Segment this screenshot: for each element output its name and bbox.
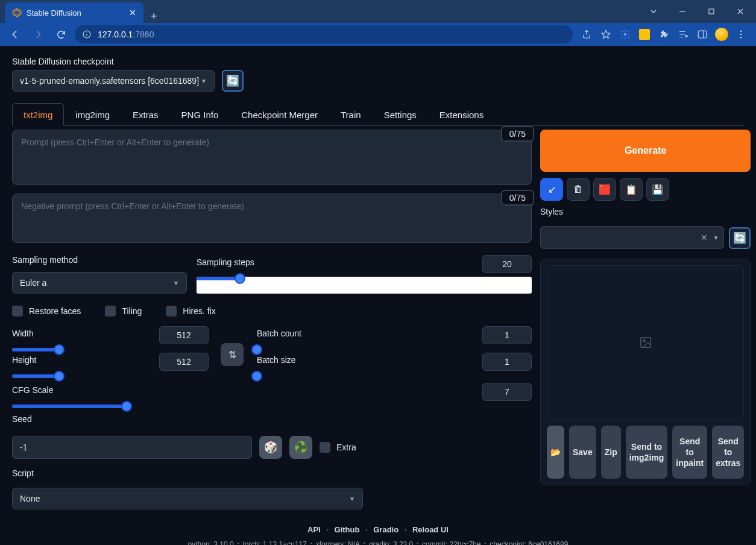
tab-close-icon[interactable]: ✕: [129, 8, 136, 17]
browser-toolbar: 127.0.0.1:7860: [0, 23, 756, 46]
save-button[interactable]: Save: [569, 426, 596, 479]
styles-label: Styles: [540, 207, 751, 216]
batch-size-value[interactable]: 1: [482, 353, 532, 371]
recycle-seed-button[interactable]: ♻️: [289, 436, 312, 459]
checkpoint-select[interactable]: v1-5-pruned-emaonly.safetensors [6ce0161…: [12, 70, 215, 92]
width-label: Width: [12, 329, 34, 338]
back-button[interactable]: [6, 25, 24, 43]
menu-icon[interactable]: [732, 25, 750, 43]
tab-extensions[interactable]: Extensions: [428, 103, 495, 126]
clear-styles-icon[interactable]: ✕: [701, 233, 708, 242]
footer-link-gradio[interactable]: Gradio: [373, 525, 398, 534]
checks-row: Restore faces Tiling Hires. fix: [12, 306, 532, 317]
svg-point-12: [740, 37, 742, 39]
sampling-steps-label: Sampling steps: [197, 257, 254, 267]
refresh-checkpoint-button[interactable]: 🔄: [222, 70, 244, 92]
svg-rect-3: [709, 9, 714, 14]
refresh-icon: 🔄: [226, 74, 239, 87]
clear-button[interactable]: 🗑: [567, 178, 590, 201]
send-to-inpaint-button[interactable]: Send to inpaint: [672, 426, 707, 479]
seed-input[interactable]: -1: [12, 436, 252, 459]
red-square-icon: 🟥: [599, 184, 611, 195]
extra-seed-check[interactable]: Extra: [320, 442, 356, 453]
footer-link-github[interactable]: Github: [335, 525, 360, 534]
zip-button[interactable]: Zip: [601, 426, 621, 479]
negative-prompt-input[interactable]: [12, 194, 532, 243]
tab-strip: Stable Diffusion ✕ +: [0, 0, 165, 23]
sampling-method-label: Sampling method: [12, 255, 187, 265]
tab-title: Stable Diffusion: [27, 8, 81, 17]
sampling-method-select[interactable]: Euler a ▼: [12, 272, 187, 294]
star-icon[interactable]: [597, 25, 615, 43]
tab-checkpoint-merger[interactable]: Checkpoint Merger: [230, 103, 329, 126]
tiling-check[interactable]: Tiling: [105, 306, 142, 317]
maximize-button[interactable]: [698, 2, 725, 20]
interrogate-button[interactable]: ↙: [540, 178, 563, 201]
avatar[interactable]: [713, 25, 731, 43]
sidepanel-icon[interactable]: [693, 25, 711, 43]
tab-pnginfo[interactable]: PNG Info: [170, 103, 230, 126]
svg-marker-0: [13, 8, 20, 16]
script-select[interactable]: None ▼: [12, 488, 363, 509]
close-window-button[interactable]: [727, 2, 754, 20]
tab-img2img[interactable]: img2img: [64, 103, 121, 126]
ext-gear-icon[interactable]: [616, 25, 634, 43]
share-icon[interactable]: [578, 25, 596, 43]
action-icons: ↙ 🗑 🟥 📋 💾: [540, 178, 751, 201]
save-style-button[interactable]: 💾: [646, 178, 669, 201]
height-value[interactable]: 512: [159, 353, 209, 371]
clipboard-icon: 📋: [625, 184, 637, 195]
sampling-steps-slider[interactable]: [197, 277, 532, 294]
send-to-img2img-button[interactable]: Send to img2img: [626, 426, 668, 479]
right-column: Generate ↙ 🗑 🟥 📋 💾 Styles ✕ ▼ 🔄: [540, 130, 751, 509]
reload-button[interactable]: [52, 25, 70, 43]
output-panel: 📂 Save Zip Send to img2img Send to inpai…: [540, 259, 751, 485]
prompt-input[interactable]: [12, 130, 532, 185]
cfg-value[interactable]: 7: [482, 383, 532, 401]
forward-button[interactable]: [29, 25, 47, 43]
svg-point-10: [740, 30, 742, 32]
restore-faces-check[interactable]: Restore faces: [12, 306, 81, 317]
chevron-down-icon: ▼: [349, 496, 355, 502]
footer-link-api[interactable]: API: [307, 525, 321, 534]
save-icon: 💾: [652, 184, 664, 195]
playlist-icon[interactable]: [674, 25, 692, 43]
favicon-icon: [12, 8, 22, 17]
style-red-button[interactable]: 🟥: [593, 178, 616, 201]
folder-icon: 📂: [550, 447, 561, 458]
left-column: 0/75 0/75 Sampling method Euler a ▼ Sam: [12, 130, 532, 509]
height-label: Height: [12, 355, 36, 365]
tab-settings[interactable]: Settings: [373, 103, 428, 126]
url-bar[interactable]: 127.0.0.1:7860: [75, 25, 573, 43]
clipboard-button[interactable]: 📋: [620, 178, 643, 201]
app-root: Stable Diffusion checkpoint v1-5-pruned-…: [0, 46, 756, 545]
svg-point-6: [86, 33, 87, 33]
swap-dims-button[interactable]: ⇅: [221, 343, 244, 366]
styles-select[interactable]: ✕ ▼: [540, 226, 724, 249]
random-seed-button[interactable]: 🎲: [259, 436, 282, 459]
hires-fix-check[interactable]: Hires. fix: [166, 306, 215, 317]
ext-yellow-icon[interactable]: [635, 25, 654, 43]
batch-size-label: Batch size: [257, 355, 296, 365]
open-folder-button[interactable]: 📂: [547, 426, 564, 479]
tab-txt2img[interactable]: txt2img: [12, 103, 64, 126]
tab-extras[interactable]: Extras: [121, 103, 170, 126]
sampling-steps-value[interactable]: 20: [482, 255, 532, 273]
checkpoint-value: v1-5-pruned-emaonly.safetensors [6ce0161…: [20, 76, 199, 86]
send-to-extras-button[interactable]: Send to extras: [712, 426, 744, 479]
chevron-down-icon[interactable]: [640, 2, 667, 20]
svg-point-7: [624, 33, 627, 36]
generate-button[interactable]: Generate: [540, 130, 751, 172]
chevron-down-icon: ▼: [713, 235, 719, 241]
extensions-icon[interactable]: [655, 25, 673, 43]
footer-link-reload[interactable]: Reload UI: [412, 525, 449, 534]
refresh-styles-button[interactable]: 🔄: [729, 227, 751, 249]
browser-tab[interactable]: Stable Diffusion ✕: [5, 2, 143, 23]
seed-label: Seed: [12, 414, 532, 424]
width-value[interactable]: 512: [159, 326, 209, 344]
minimize-button[interactable]: [669, 2, 696, 20]
tab-train[interactable]: Train: [329, 103, 373, 126]
script-label: Script: [12, 468, 532, 478]
batch-count-value[interactable]: 1: [482, 326, 532, 344]
new-tab-button[interactable]: +: [143, 10, 165, 23]
